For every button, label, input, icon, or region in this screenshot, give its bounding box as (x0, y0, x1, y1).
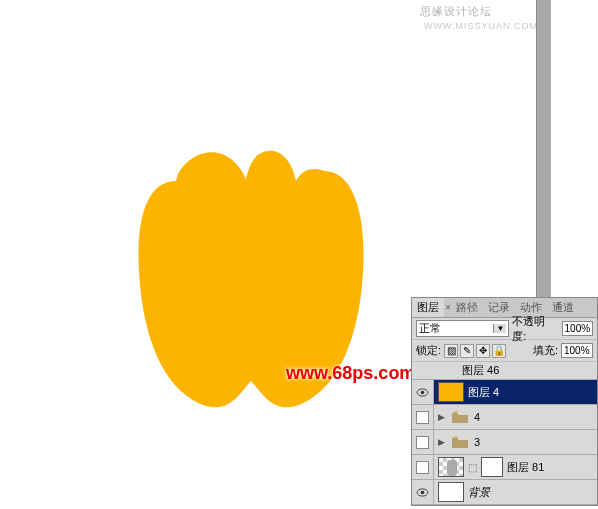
layer-row[interactable]: ▶ 4 (412, 405, 597, 430)
layers-list: 图层 46 图层 4 ▶ 4 (412, 362, 597, 505)
lock-all-icon[interactable]: 🔒 (492, 344, 506, 358)
panel-tabs: 图层 × 路径 记录 动作 通道 (412, 298, 597, 318)
lock-position-icon[interactable]: ✥ (476, 344, 490, 358)
layer-thumbnail[interactable] (438, 482, 464, 502)
layer-row[interactable]: ▶ 3 (412, 430, 597, 455)
tab-layers[interactable]: 图层 (412, 298, 444, 317)
blend-opacity-row: 正常▼ 不透明度: 100% (412, 318, 597, 340)
layers-panel: 图层 × 路径 记录 动作 通道 正常▼ 不透明度: 100% 锁定: ▨ ✎ … (411, 297, 598, 506)
layer-row[interactable]: 图层 46 (412, 362, 597, 380)
blend-mode-select[interactable]: 正常▼ (416, 320, 509, 337)
layer-thumbnail[interactable] (438, 457, 464, 477)
watermark-url: www.68ps.com (286, 363, 415, 384)
lock-label: 锁定: (416, 343, 441, 358)
svg-point-1 (421, 390, 425, 394)
svg-point-3 (421, 490, 425, 494)
layer-row-selected[interactable]: 图层 4 (412, 380, 597, 405)
expand-icon[interactable]: ▶ (438, 437, 445, 447)
folder-icon (450, 434, 470, 450)
layer-name[interactable]: 图层 4 (468, 385, 499, 400)
lock-pixels-icon[interactable]: ✎ (460, 344, 474, 358)
layer-row[interactable]: ⬚ 图层 81 (412, 455, 597, 480)
tab-paths[interactable]: 路径 (451, 298, 483, 317)
lock-transparency-icon[interactable]: ▨ (444, 344, 458, 358)
mask-link-icon[interactable]: ⬚ (468, 462, 477, 473)
fill-input[interactable]: 100% (561, 343, 593, 358)
visibility-toggle[interactable] (412, 430, 434, 454)
layer-name: 图层 46 (412, 362, 499, 379)
canvas-scrollbar-right[interactable] (536, 0, 551, 297)
tab-history[interactable]: 记录 (483, 298, 515, 317)
visibility-toggle[interactable] (412, 405, 434, 429)
watermark-top: 思缘设计论坛WWW.MISSYUAN.COM (420, 4, 538, 31)
eye-icon (416, 488, 429, 497)
layer-name[interactable]: 4 (474, 411, 480, 423)
visibility-toggle[interactable] (412, 455, 434, 479)
chevron-down-icon: ▼ (493, 324, 506, 333)
visibility-toggle[interactable] (412, 480, 434, 504)
visibility-off-icon (416, 461, 429, 474)
layer-name[interactable]: 图层 81 (507, 460, 544, 475)
visibility-off-icon (416, 436, 429, 449)
visibility-off-icon (416, 411, 429, 424)
eye-icon (416, 388, 429, 397)
layer-name[interactable]: 背景 (468, 485, 490, 500)
folder-icon (450, 409, 470, 425)
mask-thumbnail[interactable] (481, 457, 503, 477)
layer-row[interactable]: 背景 (412, 480, 597, 505)
opacity-label: 不透明度: (512, 314, 558, 344)
opacity-input[interactable]: 100% (562, 321, 593, 336)
layer-name[interactable]: 3 (474, 436, 480, 448)
fill-label: 填充: (533, 343, 558, 358)
lock-icons-group: ▨ ✎ ✥ 🔒 (444, 344, 506, 358)
layer-thumbnail[interactable] (438, 382, 464, 402)
expand-icon[interactable]: ▶ (438, 412, 445, 422)
visibility-toggle[interactable] (412, 380, 434, 404)
lock-fill-row: 锁定: ▨ ✎ ✥ 🔒 填充: 100% (412, 340, 597, 362)
